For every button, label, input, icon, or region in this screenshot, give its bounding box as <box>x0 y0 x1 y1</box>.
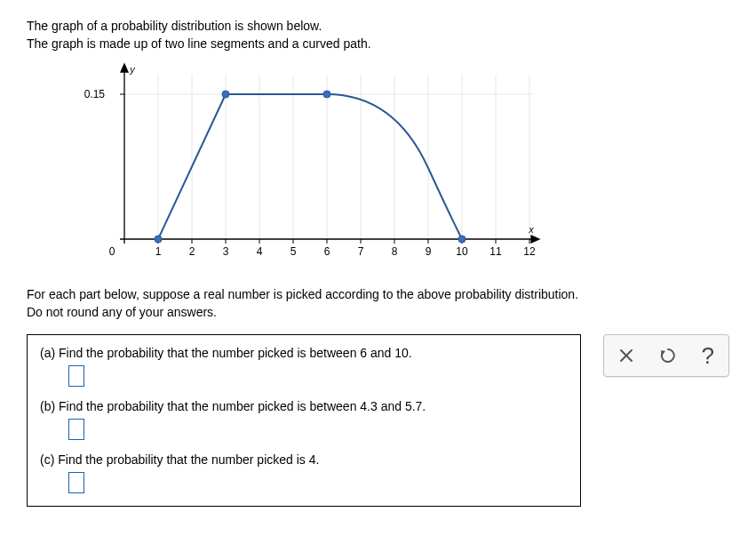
question-a: (a) Find the probability that the number… <box>40 346 568 387</box>
question-b: (b) Find the probability that the number… <box>40 399 568 440</box>
intro-line-1: The graph of a probability distribution … <box>27 18 729 36</box>
x-tick-10: 10 <box>456 245 468 258</box>
x-tick-0: 0 <box>109 245 115 258</box>
data-path <box>158 94 462 239</box>
probability-graph: 0 1 2 3 4 5 6 7 8 9 10 11 12 0.15 y x <box>80 61 729 268</box>
instructions-line-2: Do not round any of your answers. <box>27 304 729 322</box>
x-icon <box>618 348 634 364</box>
intro-line-2: The graph is made up of two line segment… <box>27 36 729 53</box>
controls-panel: ? <box>603 334 729 377</box>
svg-marker-14 <box>121 64 128 72</box>
instructions-text: For each part below, suppose a real numb… <box>27 286 729 321</box>
x-tick-1: 1 <box>155 245 162 258</box>
x-tick-7: 7 <box>358 245 364 258</box>
question-c: (c) Find the probability that the number… <box>40 452 568 493</box>
instructions-line-1: For each part below, suppose a real numb… <box>27 286 729 304</box>
question-c-text: (c) Find the probability that the number… <box>40 452 568 467</box>
x-tick-9: 9 <box>426 245 432 258</box>
clear-button[interactable] <box>618 348 634 364</box>
svg-point-32 <box>155 236 162 243</box>
axis-ticks <box>120 94 529 244</box>
svg-point-35 <box>458 236 466 243</box>
answer-b-input[interactable] <box>68 419 84 440</box>
questions-box: (a) Find the probability that the number… <box>27 334 581 507</box>
x-tick-3: 3 <box>223 245 229 258</box>
x-tick-6: 6 <box>324 245 330 258</box>
x-tick-8: 8 <box>392 245 398 258</box>
y-axis-label: y <box>129 64 136 75</box>
answer-a-input[interactable] <box>68 365 84 387</box>
help-button[interactable]: ? <box>702 344 714 367</box>
y-tick-015: 0.15 <box>84 88 106 100</box>
svg-marker-16 <box>531 236 539 243</box>
x-tick-2: 2 <box>189 245 195 258</box>
svg-point-34 <box>323 91 330 98</box>
question-a-text: (a) Find the probability that the number… <box>40 346 568 360</box>
grid-lines <box>124 75 533 239</box>
question-b-text: (b) Find the probability that the number… <box>40 399 568 413</box>
x-tick-12: 12 <box>523 245 536 258</box>
axes <box>120 64 539 244</box>
x-axis-label: x <box>528 224 534 235</box>
intro-text: The graph of a probability distribution … <box>27 18 729 52</box>
x-tick-4: 4 <box>257 245 263 258</box>
answer-c-input[interactable] <box>68 472 84 493</box>
axis-labels: 0 1 2 3 4 5 6 7 8 9 10 11 12 0.15 y x <box>84 64 536 258</box>
graph-svg: 0 1 2 3 4 5 6 7 8 9 10 11 12 0.15 y x <box>80 61 542 266</box>
svg-point-33 <box>222 91 229 98</box>
reset-button[interactable] <box>659 347 677 364</box>
undo-icon <box>659 347 677 364</box>
x-tick-5: 5 <box>290 245 297 258</box>
x-tick-11: 11 <box>489 245 502 258</box>
help-icon: ? <box>702 344 714 367</box>
marked-points <box>155 91 466 243</box>
